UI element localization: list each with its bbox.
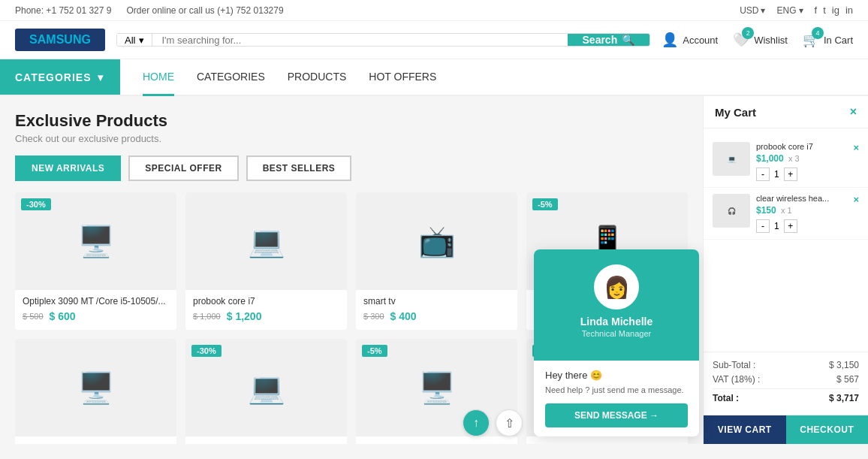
product-badge: -30% (21, 198, 51, 210)
subtotal-value: $ 3,150 (829, 360, 859, 370)
instagram-icon[interactable]: ig (832, 5, 839, 16)
cart-items: 💻 probook core i7 $1,000 x 3 - 1 + × (704, 128, 868, 352)
chevron-down-icon: ▾ (139, 35, 144, 46)
old-price: $ 500 (23, 312, 44, 321)
top-bar: Phone: +1 752 01 327 9 Order online or c… (0, 0, 868, 21)
search-input[interactable] (152, 34, 567, 46)
product-info: smart tv $ 300 $ 400 (356, 290, 517, 330)
vat-label: VAT (18%) : (713, 374, 760, 385)
language-selector[interactable]: ENG ▾ (776, 5, 803, 16)
send-message-button[interactable]: SEND MESSAGE → (545, 403, 688, 427)
product-info: Monitor (356, 436, 517, 444)
nav-categories[interactable]: CATEGORIES (197, 59, 265, 96)
product-card[interactable]: 📺 smart tv $ 300 $ 400 (356, 192, 517, 330)
product-card[interactable]: -30% 🖥️ Optiplex 3090 MT /Core i5-10505/… (15, 192, 176, 330)
remove-item-button[interactable]: × (853, 142, 859, 153)
cart-actions: VIEW CART CHECKOUT (704, 415, 868, 444)
arrow-up-icon: ↑ (473, 416, 479, 430)
cart-item-icon: 🎧 (728, 207, 736, 215)
cart-item-multiplier: x 1 (781, 206, 792, 215)
product-info: Optiplex 3090 MT /Core i5-10505/... $ 50… (15, 290, 176, 330)
subtotal-label: Sub-Total : (713, 360, 755, 370)
product-badge: -5% (362, 345, 387, 357)
chat-header: 👩 Linda Michelle Technical Manager (534, 249, 699, 361)
tab-best-sellers[interactable]: BEST SELLERS (246, 156, 352, 181)
social-icons: f t ig in (815, 5, 854, 16)
product-name: Laptop Pro (193, 442, 339, 444)
cart-item-image: 💻 (713, 142, 750, 176)
view-cart-button[interactable]: VIEW CART (704, 415, 786, 444)
cart-action[interactable]: 🛒 4 In Cart (803, 32, 853, 48)
product-name: Monitor (363, 442, 510, 444)
cart-qty-control: - 1 + (756, 168, 847, 181)
chat-greeting: Hey there 😊 (545, 370, 688, 381)
nav-links: HOME CATEGORIES PRODUCTS HOT OFFERS (120, 59, 459, 95)
cart-item-multiplier: x 3 (788, 154, 800, 163)
product-name: Optiplex 3090 MT /Core i5-10505/... (23, 296, 169, 307)
filter-tabs: NEW ARRIVALS SPECIAL OFFER BEST SELLERS (15, 156, 688, 181)
scroll-up-button[interactable]: ↑ (463, 409, 490, 436)
qty-decrease-button[interactable]: - (756, 219, 770, 233)
account-action[interactable]: 👤 Account (662, 32, 718, 48)
vat-row: VAT (18%) : $ 567 (713, 374, 859, 385)
cart-item-name: clear wireless hea... (756, 194, 847, 203)
remove-item-button[interactable]: × (853, 194, 859, 205)
cart-item: 🎧 clear wireless hea... $150 x 1 - 1 + × (704, 188, 868, 240)
product-image: 💻 (185, 192, 347, 290)
account-icon: 👤 (662, 32, 678, 48)
nav-hot-offers[interactable]: HOT OFFERS (369, 59, 436, 96)
tab-new-arrivals[interactable]: NEW ARRIVALS (15, 156, 121, 181)
tab-special-offer[interactable]: SPECIAL OFFER (128, 156, 238, 181)
linkedin-icon[interactable]: in (845, 5, 853, 16)
chat-message: Need help ? just send me a message. (545, 385, 688, 394)
qty-decrease-button[interactable]: - (756, 168, 770, 181)
product-card[interactable]: 🖥️ Desktop PC (15, 339, 176, 444)
categories-button[interactable]: CATEGORIES ▾ (0, 59, 120, 95)
nav-products[interactable]: PRODUCTS (288, 59, 347, 96)
old-price: $ 300 (363, 312, 384, 321)
bottom-actions: ↑ ⇧ (463, 409, 523, 436)
currency-selector[interactable]: USD ▾ (740, 5, 765, 16)
cart-title: My Cart (715, 106, 756, 119)
search-wrapper: All ▾ Search 🔍 (116, 33, 650, 47)
new-price: $ 1,200 (227, 310, 262, 322)
facebook-icon[interactable]: f (815, 5, 818, 16)
nav-home[interactable]: HOME (143, 59, 174, 96)
search-category-dropdown[interactable]: All ▾ (117, 34, 152, 46)
product-info: Laptop Pro (185, 436, 347, 444)
qty-value: 1 (774, 169, 779, 180)
total-label: Total : (713, 393, 739, 403)
product-pricing: $ 500 $ 600 (23, 310, 169, 322)
cart-close-button[interactable]: × (850, 105, 857, 119)
checkout-button[interactable]: CHECKOUT (786, 415, 869, 444)
wishlist-count: 2 (742, 27, 754, 39)
cart-badge-wrapper: 🛒 4 (803, 32, 819, 48)
total-row: Total : $ 3,717 (713, 388, 859, 403)
product-card[interactable]: -30% 💻 Laptop Pro (185, 339, 347, 444)
product-badge: -30% (191, 345, 222, 357)
product-icon: 📺 (356, 192, 517, 290)
cart-header: My Cart × (704, 96, 868, 128)
nav-bar: CATEGORIES ▾ HOME CATEGORIES PRODUCTS HO… (0, 59, 868, 96)
top-bar-right: USD ▾ ENG ▾ f t ig in (740, 5, 853, 16)
top-bar-left: Phone: +1 752 01 327 9 Order online or c… (15, 5, 284, 16)
search-icon: 🔍 (622, 34, 634, 46)
main-area: Exclusive Products Check out our exclusi… (0, 96, 868, 444)
cart-item-price: $150 (756, 205, 776, 216)
qty-increase-button[interactable]: + (784, 168, 797, 181)
qty-increase-button[interactable]: + (784, 219, 797, 233)
chat-body: Hey there 😊 Need help ? just send me a m… (534, 361, 699, 436)
cart-item-details: clear wireless hea... $150 x 1 - 1 + (756, 194, 847, 233)
share-button[interactable]: ⇧ (496, 409, 523, 436)
product-info: Accessories (526, 436, 688, 444)
product-icon: 💻 (185, 192, 347, 290)
phone-label: Phone: +1 752 01 327 9 (15, 5, 111, 16)
order-label: Order online or call us (+1) 752 013279 (126, 5, 283, 16)
wishlist-action[interactable]: 🤍 2 Wishlist (733, 32, 788, 48)
chevron-down-icon: ▾ (98, 71, 104, 83)
twitter-icon[interactable]: t (823, 5, 826, 16)
old-price: $ 1,000 (193, 312, 221, 321)
search-button[interactable]: Search 🔍 (568, 34, 650, 46)
product-image: 🖥️ (15, 339, 176, 436)
product-card[interactable]: 💻 probook core i7 $ 1,000 $ 1,200 (185, 192, 347, 330)
